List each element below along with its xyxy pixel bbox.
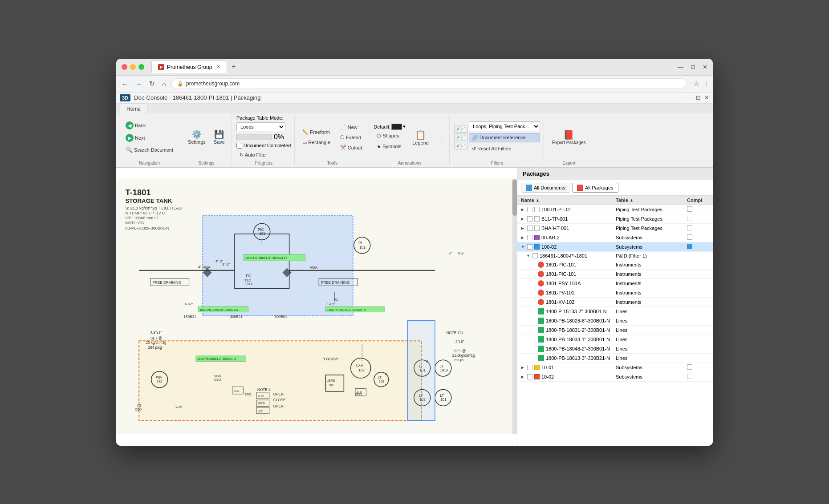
- cutout-button[interactable]: ✂️ Cutout: [337, 143, 365, 152]
- window-close-btn[interactable]: ✕: [703, 64, 707, 70]
- svg-text:OPEN: OPEN: [273, 392, 284, 396]
- package-mode-select[interactable]: Loops: [236, 122, 285, 131]
- new-button[interactable]: 📄 New: [337, 122, 365, 132]
- ribbon-tab-home[interactable]: Home: [120, 104, 147, 114]
- refresh-button[interactable]: ↻: [147, 78, 157, 89]
- canvas-area[interactable]: T-1801 STORAGE TANK S: 21.1 kg/cm^2g + L…: [116, 168, 517, 446]
- save-button[interactable]: 💾 Save: [211, 128, 228, 147]
- close-traffic-light[interactable]: [122, 64, 127, 70]
- table-row[interactable]: 1801-PIC-101 Instruments: [517, 260, 713, 270]
- complete-checkbox[interactable]: [687, 244, 692, 249]
- forward-button[interactable]: →: [134, 78, 144, 89]
- check-item-2[interactable]: ✓ 📄: [454, 133, 468, 141]
- complete-checkbox[interactable]: [687, 206, 692, 212]
- next-nav-button[interactable]: ▶ Next: [122, 132, 176, 144]
- back-button[interactable]: ←: [120, 78, 130, 89]
- back-nav-button[interactable]: ◀ Back: [122, 120, 176, 131]
- table-row[interactable]: 1800-PB-18048-2"-300B01-N Lines: [517, 344, 713, 354]
- expand-arrow[interactable]: ▶: [521, 365, 525, 370]
- app-minimize-btn[interactable]: —: [687, 94, 692, 101]
- maximize-traffic-light[interactable]: [138, 64, 144, 70]
- symbols-button[interactable]: ★ Symbols: [374, 142, 406, 151]
- tab-close-btn[interactable]: ✕: [216, 64, 220, 70]
- table-row[interactable]: ▶ BHA-HT-001 Piping Test Packages: [517, 224, 713, 233]
- table-row[interactable]: ▼ 186461-1800-PI-1801 P&ID (Filter 1): [517, 252, 713, 260]
- export-packages-button[interactable]: 📕 Export Packages: [549, 128, 589, 147]
- complete-checkbox[interactable]: [687, 234, 692, 240]
- minimize-traffic-light[interactable]: [130, 64, 136, 70]
- complete-checkbox[interactable]: [687, 216, 692, 221]
- table-row[interactable]: 1801-PIC-101 Instruments: [517, 270, 713, 279]
- complete-checkbox[interactable]: [687, 374, 692, 379]
- reset-all-filters-button[interactable]: ↺ Reset All Filters: [469, 144, 540, 153]
- complete-checkbox[interactable]: [687, 225, 692, 230]
- table-row[interactable]: 1801-PSY-151A Instruments: [517, 279, 713, 288]
- row-checkbox[interactable]: [527, 374, 532, 379]
- pkg-name-cell: 1801-XV-102: [532, 299, 616, 305]
- row-checkbox[interactable]: [527, 235, 532, 240]
- table-row[interactable]: 1800-PB-18033-1"-300B01-N Lines: [517, 335, 713, 344]
- table-row[interactable]: ▶ 10-01 Subsystems: [517, 363, 713, 372]
- table-row[interactable]: 1800-PB-18031-2"-300B01-N Lines: [517, 326, 713, 335]
- table-row[interactable]: ▶ 100-01-PT-01 Piping Test Packages: [517, 205, 713, 214]
- address-input[interactable]: 🔒 prometheusgroup.com: [171, 78, 687, 89]
- all-documents-button[interactable]: All Documents: [521, 183, 570, 193]
- table-row[interactable]: 1800-PB-18613-3"-300B21-N Lines: [517, 354, 713, 363]
- table-row[interactable]: 1801-XV-102 Instruments: [517, 298, 713, 307]
- row-checkbox[interactable]: [527, 226, 532, 231]
- table-row[interactable]: 1801-PV-101 Instruments: [517, 288, 713, 298]
- main-content: T-1801 STORAGE TANK S: 21.1 kg/cm^2g + L…: [116, 168, 713, 446]
- document-completed-checkbox[interactable]: [236, 143, 242, 149]
- more-button[interactable]: ...: [435, 133, 446, 142]
- table-row[interactable]: ▼ 100-02 Subsystems: [517, 242, 713, 252]
- auto-filter-button[interactable]: ↻ Auto Filter: [236, 150, 291, 160]
- search-document-button[interactable]: 🔍 Search Document: [122, 145, 176, 155]
- all-packages-button[interactable]: All Packages: [572, 183, 618, 193]
- browser-tab-prometheus[interactable]: P Prometheus Group ✕: [151, 60, 227, 73]
- row-checkbox[interactable]: [527, 244, 532, 250]
- expand-arrow[interactable]: ▼: [526, 254, 531, 258]
- app-close-btn[interactable]: ✕: [704, 94, 709, 101]
- expand-arrow[interactable]: ▶: [521, 207, 525, 212]
- svg-text:101: 101: [359, 245, 366, 249]
- color-swatch[interactable]: [391, 124, 402, 130]
- rectangle-button[interactable]: ▭ Rectangle: [299, 138, 333, 147]
- extend-button[interactable]: ⬡ Extend: [337, 133, 365, 142]
- row-checkbox[interactable]: [527, 216, 532, 222]
- expand-arrow[interactable]: ▶: [521, 235, 525, 240]
- bookmark-icon[interactable]: ☆: [694, 80, 699, 87]
- app-restore-btn[interactable]: ⊡: [696, 94, 701, 101]
- row-checkbox[interactable]: [532, 253, 538, 258]
- table-row[interactable]: ▶ 10-02 Subsystems: [517, 372, 713, 382]
- expand-arrow[interactable]: ▶: [521, 226, 525, 230]
- filters-dropdown[interactable]: Loops, Piping Test Pack...: [469, 121, 540, 131]
- check-item-1[interactable]: ✓ 📄: [454, 125, 468, 133]
- svg-text:PIC: PIC: [258, 227, 264, 231]
- document-reference-button[interactable]: 🔗 Document Reference: [469, 133, 540, 142]
- home-button[interactable]: ⌂: [160, 78, 168, 89]
- check-item-3[interactable]: ✓ 📄: [454, 142, 468, 149]
- new-tab-button[interactable]: +: [230, 63, 237, 71]
- table-row[interactable]: ▶ B11-TP-001 Piping Test Packages: [517, 214, 713, 224]
- complete-checkbox[interactable]: [687, 364, 692, 370]
- row-checkbox[interactable]: [527, 207, 532, 212]
- expand-arrow[interactable]: ▶: [521, 217, 525, 221]
- settings-dots-icon[interactable]: ⋮: [703, 80, 709, 87]
- freeform-button[interactable]: ✏️ Freeform: [299, 128, 333, 137]
- table-row[interactable]: 1800-PB-18028-6"-300B01-N Lines: [517, 316, 713, 326]
- shapes-button[interactable]: ⬡ Shapes: [374, 131, 406, 141]
- col-header-name[interactable]: Name ▲: [521, 198, 616, 203]
- legend-button[interactable]: 📋 Legend: [409, 127, 432, 148]
- col-header-table[interactable]: Table ▲: [616, 198, 687, 203]
- packages-table-body[interactable]: ▶ 100-01-PT-01 Piping Test Packages ▶ B1…: [517, 205, 713, 446]
- expand-arrow[interactable]: ▶: [521, 375, 525, 379]
- table-row[interactable]: ▶ 00-AR-2 Subsystems: [517, 233, 713, 242]
- window-minimize-btn[interactable]: —: [678, 64, 683, 70]
- progress-bar: [236, 134, 272, 140]
- settings-button[interactable]: ⚙️ Settings: [185, 128, 209, 147]
- window-restore-btn[interactable]: ⊡: [691, 64, 695, 70]
- color-dropdown-arrow[interactable]: ▾: [403, 124, 406, 129]
- table-row[interactable]: 1400-P-15133-2"-300B01-N Lines: [517, 307, 713, 316]
- expand-arrow[interactable]: ▼: [521, 245, 525, 249]
- row-checkbox[interactable]: [527, 365, 532, 370]
